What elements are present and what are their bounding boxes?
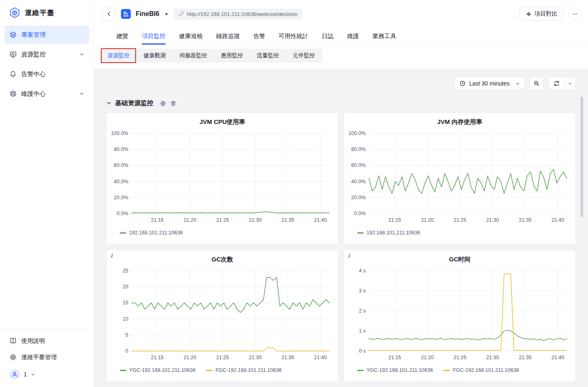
svg-text:5: 5 [125,332,128,338]
svg-text:21:30: 21:30 [249,355,262,360]
avatar [9,369,20,380]
chevron-down-icon[interactable] [79,91,84,96]
svg-text:3 s: 3 s [359,288,366,294]
sidebar-item-maintenance-center[interactable]: 維護中心 [4,85,89,103]
tab-overview[interactable]: 總覽 [116,28,128,45]
sidebar-item-project-management[interactable]: 專案管理 [4,26,89,44]
legend-label: 192.168.101.211:10636 [129,230,183,236]
svg-text:21:40: 21:40 [552,355,564,360]
svg-text:21:20: 21:20 [183,217,196,223]
tab-alert[interactable]: 告警 [253,28,265,45]
svg-text:21:35: 21:35 [282,355,294,360]
legend-swatch [120,370,126,371]
subtab-bar: 資源監控健康觀測伺服器監控應用監控流量監控元件監控 [101,49,322,63]
legend-item[interactable]: FGC-192.168.101.211:10636 [443,367,519,373]
svg-text:2 s: 2 s [359,308,366,314]
compare-button-label: 項目對比 [534,10,557,18]
project-name[interactable]: FineBI6 [136,10,159,18]
chart-plot-gc-count: 252015105021:1521:2021:2521:3021:3521:40 [110,264,334,367]
project-icon [9,31,17,38]
tab-logs[interactable]: 日誌 [322,28,334,45]
refresh-interval-caret[interactable] [565,77,575,90]
tab-project-monitor[interactable]: 項目監控 [142,28,165,45]
sidebar-menu: 專案管理 資源監控 [0,24,94,103]
project-url-chip[interactable]: http://192.168.101.211:10636/webroot/dec… [174,9,302,20]
tab-maintenance[interactable]: 維護 [347,28,359,45]
chart-legend: 192.168.101.211:10636 [107,230,338,236]
legend-swatch [206,370,212,371]
app-window: 運維平臺 專案管理 資源監控 [0,0,588,387]
more-button[interactable] [568,7,581,20]
svg-text:21:30: 21:30 [249,217,262,223]
back-button[interactable] [102,7,116,21]
refresh-button[interactable] [549,77,564,90]
info-icon[interactable]: i [111,252,112,259]
tab-business-tools[interactable]: 業務工具 [373,28,396,45]
svg-text:21:25: 21:25 [454,355,466,360]
svg-text:1 s: 1 s [359,328,366,334]
tab-health-inspection[interactable]: 健康巡檢 [179,28,203,45]
svg-text:0 s: 0 s [359,348,366,354]
section-delete-trash-icon[interactable] [170,100,177,107]
compare-icon [525,11,532,17]
legend-swatch [357,232,364,234]
subtab-health-observation[interactable]: 健康觀測 [136,49,172,63]
svg-text:21:40: 21:40 [314,355,327,360]
user-name: 1 [24,371,27,378]
legend-item[interactable]: 192.168.101.211:10636 [357,230,420,236]
svg-text:40.0%: 40.0% [114,179,128,184]
sidebar-item-label: 專案管理 [21,31,46,39]
svg-text:21:20: 21:20 [183,355,196,360]
main-area: FineBI6 http://192.168.101.211:10636/web… [94,0,588,387]
svg-text:80.0%: 80.0% [114,146,128,152]
collapse-caret-icon[interactable] [106,101,112,106]
legend-label: FGC-192.168.101.211:10636 [453,367,519,373]
sidebar-item-user-guide[interactable]: 使用說明 [4,333,89,349]
subtab-resource-monitor[interactable]: 資源監控 [101,49,136,63]
legend-item[interactable]: YGC-192.168.101.211:10636 [357,367,433,373]
sidebar-item-alert-center[interactable]: 告警中心 [4,65,89,83]
subtab-component-monitor[interactable]: 元件監控 [286,49,322,63]
project-compare-button[interactable]: 項目對比 [519,7,563,21]
scrollbar-thumb[interactable] [581,97,583,217]
time-range-select[interactable]: Last 30 minutes [454,77,525,90]
section-settings-gear-icon[interactable] [160,100,166,107]
svg-text:10: 10 [123,316,128,322]
subtab-app-monitor[interactable]: 應用監控 [214,49,250,63]
subtab-traffic-monitor[interactable]: 流量監控 [250,49,286,63]
zoom-out-button[interactable] [530,77,543,90]
svg-text:20: 20 [123,284,128,290]
project-dropdown-caret-icon[interactable] [164,12,169,16]
sidebar-item-platform-management[interactable]: 運維平臺管理 [4,349,89,365]
chevron-down-icon[interactable] [79,52,84,57]
refresh-control [548,77,576,90]
legend-item[interactable]: 192.168.101.211:10636 [120,230,183,236]
svg-text:20.0%: 20.0% [351,195,366,200]
section-header: 基础资源监控 [106,99,576,108]
svg-text:21:40: 21:40 [314,217,327,223]
annotation-highlight-box [101,48,136,63]
svg-text:21:15: 21:15 [151,355,163,360]
chart-legend: 192.168.101.211:10636 [344,230,575,236]
chart-panel-jvm-cpu: JVM CPU使用率100.0%80.0%60.0%40.0%20.0%0.0%… [106,112,338,244]
chart-legend: YGC-192.168.101.211:10636FGC-192.168.101… [344,367,575,373]
legend-item[interactable]: YGC-192.168.101.211:10636 [120,367,195,373]
legend-swatch [120,232,126,234]
svg-text:21:30: 21:30 [486,217,499,223]
subtab-server-monitor[interactable]: 伺服器監控 [172,49,214,63]
legend-item[interactable]: FGC-192.168.101.211:10636 [206,367,282,373]
tab-availability-stats[interactable]: 可用性統計 [279,28,309,45]
svg-text:21:15: 21:15 [151,217,163,223]
chart-plot-jvm-cpu: 100.0%80.0%60.0%40.0%20.0%0.0%21:1521:20… [110,127,334,229]
info-icon[interactable]: i [348,252,350,259]
tab-link-trace[interactable]: 鏈路追蹤 [216,28,240,45]
user-menu[interactable]: 1 [4,366,89,383]
chart-toolbar: Last 30 minutes [106,77,576,90]
svg-text:21:40: 21:40 [552,217,564,223]
sidebar-item-resource-monitor[interactable]: 資源監控 [4,45,89,63]
chart-plot-jvm-memory: 100.0%80.0%60.0%40.0%20.0%0.0%21:1521:20… [348,127,572,229]
subtab-wrap: 資源監控健康觀測伺服器監控應用監控流量監控元件監控 [94,45,588,69]
svg-text:0.0%: 0.0% [117,211,129,216]
section-title: 基础资源监控 [115,99,153,108]
legend-label: YGC-192.168.101.211:10636 [129,367,195,373]
